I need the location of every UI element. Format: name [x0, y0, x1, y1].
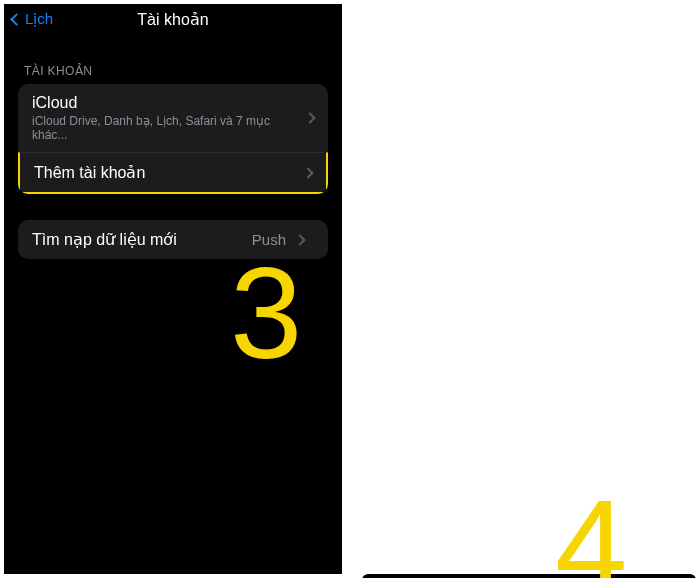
- page-title: Tài khoản: [4, 10, 342, 29]
- screen-add-account: Tài khoản Thêm tài khoản iCloud Microsof…: [362, 574, 696, 578]
- nav-header: Tài khoản Thêm tài khoản: [362, 574, 696, 578]
- account-row-icloud[interactable]: iCloud iCloud Drive, Danh bạ, Lịch, Safa…: [18, 84, 328, 152]
- chevron-right-icon: [304, 112, 315, 123]
- back-button[interactable]: Lịch: [12, 10, 53, 28]
- section-header-accounts: TÀI KHOẢN: [4, 38, 342, 84]
- fetch-label: Tìm nạp dữ liệu mới: [32, 230, 177, 249]
- add-account-row[interactable]: Thêm tài khoản: [18, 152, 328, 194]
- account-subtitle: iCloud Drive, Danh bạ, Lịch, Safari và 7…: [32, 114, 306, 142]
- nav-header: Lịch Tài khoản: [4, 4, 342, 38]
- account-title: iCloud: [32, 94, 306, 112]
- chevron-right-icon: [302, 167, 313, 178]
- chevron-left-icon: [10, 13, 23, 26]
- back-label: Lịch: [25, 10, 53, 28]
- add-account-label: Thêm tài khoản: [34, 163, 145, 182]
- step-number-3: 3: [230, 238, 302, 388]
- accounts-group: iCloud iCloud Drive, Danh bạ, Lịch, Safa…: [18, 84, 328, 194]
- step-number-4: 4: [555, 470, 627, 578]
